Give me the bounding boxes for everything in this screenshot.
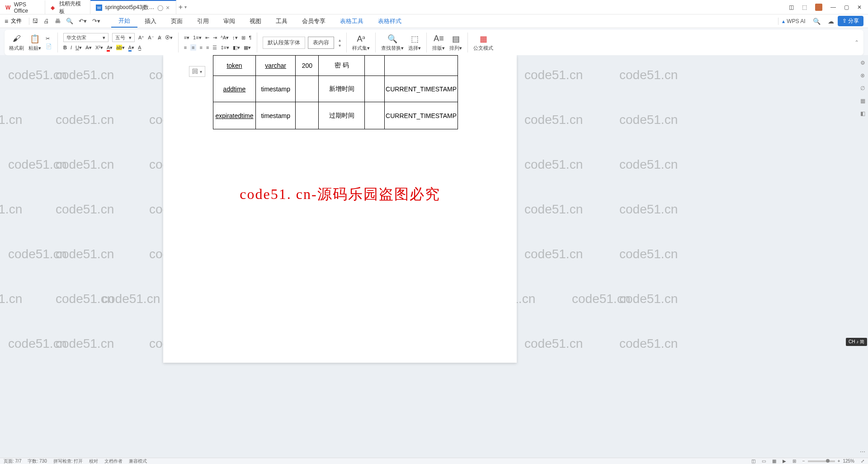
window-control-2[interactable]: ⬚	[802, 4, 807, 10]
print-icon[interactable]: 🖶	[55, 18, 61, 24]
paste-button[interactable]: 📋 粘贴▾	[28, 34, 41, 52]
status-spellcheck[interactable]: 拼写检查: 打开	[53, 458, 83, 464]
new-tab-button[interactable]: + ▾	[176, 0, 189, 14]
shading-icon[interactable]: A▾	[128, 45, 134, 51]
change-font-icon[interactable]: ᴬA▾	[221, 35, 229, 41]
menu-view[interactable]: 视图	[242, 15, 269, 27]
menu-review[interactable]: 审阅	[216, 15, 242, 27]
show-marks-icon[interactable]: ¶	[249, 35, 252, 40]
preview-icon[interactable]: 🔍	[66, 18, 73, 24]
tab-app[interactable]: W WPS Office	[0, 0, 45, 14]
tab-close-icon[interactable]: ×	[166, 4, 170, 11]
cloud-icon[interactable]: ☁	[828, 18, 834, 25]
table-row[interactable]: token varchar 200 密 码	[213, 56, 458, 76]
table-row[interactable]: expiratedtime timestamp 过期时间 CURRENT_TIM…	[213, 102, 458, 129]
ime-badge[interactable]: CH ♪ 简	[846, 338, 867, 346]
share-button[interactable]: ⇪ 分享	[838, 16, 863, 26]
side-more-icon[interactable]: ⋯	[860, 449, 865, 455]
highlight-icon[interactable]: ab▾	[116, 45, 124, 51]
change-case-icon[interactable]: ⦿▾	[165, 35, 173, 41]
align-justify-icon[interactable]: ≡	[206, 45, 209, 50]
side-settings-icon[interactable]: ⚙	[860, 60, 865, 66]
underline-icon[interactable]: U▾	[75, 45, 82, 51]
export-icon[interactable]: 🖨	[43, 18, 49, 24]
zoom-value[interactable]: 125%	[843, 459, 854, 464]
db-table[interactable]: token varchar 200 密 码 addtime timestamp …	[213, 55, 458, 129]
wps-ai-button[interactable]: ▴ WPS AI	[778, 18, 809, 24]
sort-icon[interactable]: ↕▾	[232, 35, 238, 41]
arrange-button[interactable]: ▤ 排列▾	[449, 34, 462, 52]
format-painter-button[interactable]: 🖌 格式刷	[9, 34, 24, 52]
window-close[interactable]: ✕	[857, 4, 862, 10]
cut-icon[interactable]: ✂	[46, 36, 52, 42]
window-minimize[interactable]: —	[830, 4, 836, 10]
font-decrease-icon[interactable]: A⁻	[148, 35, 154, 41]
status-page[interactable]: 页面: 7/7	[4, 458, 21, 464]
border-icon[interactable]: ▦▾	[244, 45, 251, 51]
distributed-icon[interactable]: ☰	[212, 45, 217, 51]
tab-template[interactable]: ◆ 找稻壳模板	[45, 0, 90, 14]
view-mode-2-icon[interactable]: ▭	[762, 459, 766, 464]
outdent-icon[interactable]: ⇤	[205, 35, 209, 41]
line-spacing-icon[interactable]: ‡≡▾	[221, 45, 229, 51]
font-color-icon[interactable]: A▾	[107, 45, 113, 51]
superscript-icon[interactable]: X²▾	[95, 45, 103, 51]
table-row[interactable]: addtime timestamp 新增时间 CURRENT_TIMESTAMP	[213, 76, 458, 102]
copy-icon[interactable]: 📄	[46, 43, 52, 49]
menu-table-style[interactable]: 表格样式	[371, 15, 409, 27]
undo-icon[interactable]: ↶▾	[79, 18, 87, 24]
table-content-style[interactable]: 表内容	[308, 37, 334, 49]
status-author[interactable]: 文档作者	[104, 458, 123, 464]
select-button[interactable]: ⬚ 选择▾	[408, 34, 421, 52]
side-dot-icon[interactable]: ⊗	[860, 72, 865, 79]
redo-icon[interactable]: ↷▾	[92, 18, 100, 24]
bullet-list-icon[interactable]: ≡▾	[184, 35, 189, 41]
save-icon[interactable]: 🖫	[32, 18, 38, 24]
hamburger-icon[interactable]: ≡	[5, 18, 8, 25]
side-chart-icon[interactable]: ◧	[860, 110, 865, 117]
bold-icon[interactable]: B	[63, 45, 67, 50]
ribbon-collapse-icon[interactable]: ⌃	[854, 39, 859, 46]
menu-member[interactable]: 会员专享	[295, 15, 333, 27]
fill-color-icon[interactable]: ◧▾	[233, 45, 240, 51]
default-para-font-style[interactable]: 默认段落字体	[263, 37, 305, 49]
zoom-out-icon[interactable]: −	[802, 459, 805, 464]
menu-table-tools[interactable]: 表格工具	[333, 15, 371, 27]
italic-icon[interactable]: I	[71, 45, 72, 50]
align-right-icon[interactable]: ≡	[200, 45, 203, 50]
number-list-icon[interactable]: 1≡▾	[193, 35, 202, 41]
view-mode-4-icon[interactable]: ▶	[783, 459, 786, 464]
menu-insert[interactable]: 插入	[137, 15, 164, 27]
menu-file[interactable]: 文件	[11, 17, 22, 25]
status-wordcount[interactable]: 字数: 730	[28, 458, 47, 464]
font-size-select[interactable]: 五号▾	[112, 33, 135, 42]
window-control-1[interactable]: ◫	[789, 4, 794, 10]
view-mode-5-icon[interactable]: ⊞	[793, 459, 796, 464]
menu-tools[interactable]: 工具	[269, 15, 295, 27]
search-icon[interactable]: 🔍	[809, 18, 824, 25]
indent-icon[interactable]: ⇥	[213, 35, 217, 41]
font-box-icon[interactable]: A̲	[138, 45, 142, 51]
document-page[interactable]: token varchar 200 密 码 addtime timestamp …	[163, 55, 517, 363]
clear-format-icon[interactable]: A̷	[158, 35, 161, 41]
window-maximize[interactable]: ▢	[844, 4, 849, 10]
status-proof[interactable]: 校对	[89, 458, 98, 464]
table-handle[interactable]: 回 ▾	[189, 66, 205, 77]
font-name-select[interactable]: 华文仿宋▾	[63, 33, 108, 42]
avatar-icon[interactable]	[815, 4, 822, 11]
style-set-button[interactable]: Aᵃ 样式集▾	[352, 34, 370, 52]
find-replace-button[interactable]: 🔍 查找替换▾	[381, 34, 404, 52]
view-mode-3-icon[interactable]: ▦	[772, 459, 776, 464]
zoom-slider[interactable]	[808, 460, 835, 462]
align-left-icon[interactable]: ≡	[184, 45, 187, 50]
menu-page[interactable]: 页面	[164, 15, 190, 27]
layout-button[interactable]: A≡ 排版▾	[432, 34, 445, 52]
strike-icon[interactable]: A̶▾	[85, 45, 92, 51]
fullscreen-icon[interactable]: ⤢	[861, 459, 864, 464]
official-mode-button[interactable]: ▦ 公文模式	[473, 34, 493, 52]
side-app-icon[interactable]: ▦	[860, 98, 865, 104]
style-scroll[interactable]: ▴ ▾	[339, 38, 341, 48]
zoom-in-icon[interactable]: +	[838, 459, 840, 464]
asian-layout-icon[interactable]: ⊞	[241, 35, 245, 41]
menu-ref[interactable]: 引用	[190, 15, 216, 27]
